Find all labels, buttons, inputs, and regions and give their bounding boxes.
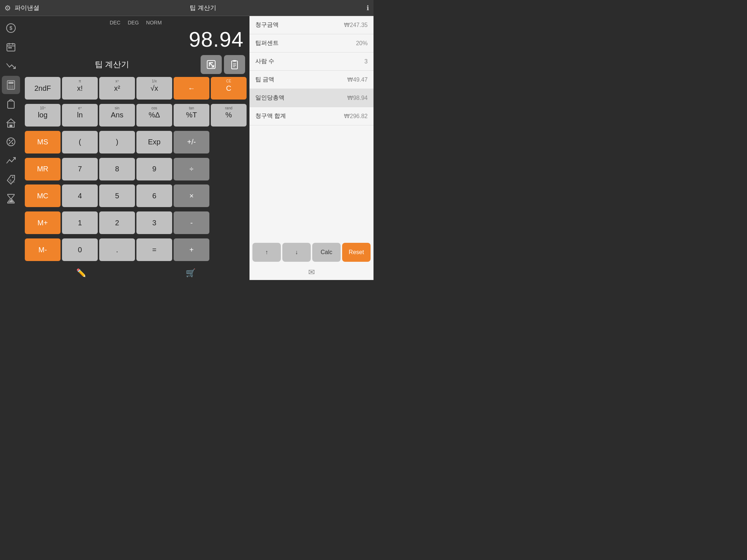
svg-point-11 [11, 86, 12, 87]
export-icon-btn[interactable] [201, 55, 222, 74]
calc-btn-sub[interactable]: - [174, 211, 209, 234]
info-icon[interactable]: ℹ [367, 4, 369, 12]
down-btn[interactable]: ↓ [282, 243, 311, 262]
tip-row: 일인당총액₩98.94 [249, 89, 374, 107]
tip-row: 청구금액₩247.35 [249, 16, 374, 34]
calc-btn-pct_t[interactable]: tan%T [174, 104, 209, 127]
mode-norm[interactable]: NORM [146, 20, 162, 26]
calc-btn-back[interactable]: ← [174, 77, 209, 100]
pen-icon[interactable]: ✏️ [76, 268, 86, 278]
tip-row-label: 일인당총액 [255, 94, 285, 102]
display-area: 98.94 [22, 27, 249, 54]
calc-btn-ce_c[interactable]: CEC [211, 77, 247, 100]
calc-btn-3[interactable]: 3 [136, 211, 172, 234]
calc-btn-ans[interactable]: sinAns [99, 104, 135, 127]
sidebar-item-calculator[interactable] [2, 76, 20, 94]
tip-panel-footer: ✉ [249, 265, 374, 280]
mode-deg[interactable]: DEG [128, 20, 139, 26]
tip-row-value: ₩98.94 [347, 94, 368, 101]
app-title: 파이낸셜 [15, 4, 39, 12]
calc-btn-4[interactable]: 4 [62, 184, 98, 207]
tip-label-row: 팁 계산기 [22, 54, 249, 77]
calc-btn-2ndf[interactable]: 2ndF [25, 77, 61, 100]
calc-btn-add[interactable]: + [174, 238, 209, 261]
up-btn[interactable]: ↑ [252, 243, 281, 262]
tip-row-label: 팁 금액 [255, 76, 274, 83]
calc-btn-2[interactable]: 2 [99, 211, 135, 234]
calc-btn-rand[interactable]: rand% [211, 104, 247, 127]
tip-row: 사람 수3 [249, 52, 374, 71]
sidebar-item-percent[interactable] [2, 133, 20, 151]
calc-btn-log[interactable]: 10ˣlog [25, 104, 61, 127]
tip-row-value: 3 [364, 58, 368, 65]
calc-btn-mplus[interactable]: M+ [25, 211, 61, 234]
calc-btn-1[interactable]: 1 [62, 211, 98, 234]
calc-btn-div[interactable]: ÷ [174, 158, 209, 180]
mode-dec[interactable]: DEC [110, 20, 121, 26]
svg-point-10 [9, 86, 10, 87]
tip-row-value: 20% [356, 40, 368, 47]
calc-btn-lparen[interactable]: ( [62, 131, 98, 153]
clipboard-icon-btn[interactable] [224, 55, 245, 74]
calc-btn-ms[interactable]: MS [25, 131, 61, 153]
calc-btn-sqrt[interactable]: 1/x√x [136, 77, 172, 100]
tip-row: 팁퍼센트20% [249, 34, 374, 52]
svg-point-19 [9, 140, 10, 141]
calc-bottom-bar: ✏️ 🛒 [22, 265, 249, 280]
svg-rect-9 [8, 82, 13, 84]
calc-btn-mr[interactable]: MR [25, 158, 61, 180]
svg-point-20 [12, 143, 13, 144]
svg-point-22 [12, 176, 13, 178]
calc-btn[interactable]: Calc [312, 243, 341, 262]
tip-panel-buttons: ↑↓CalcReset [249, 240, 374, 265]
mail-icon[interactable]: ✉ [308, 268, 315, 277]
reset-btn[interactable]: Reset [342, 243, 371, 262]
calc-btn-0[interactable]: 0 [62, 238, 98, 261]
sidebar-item-dollar[interactable]: $ [2, 19, 20, 37]
svg-point-15 [12, 88, 13, 89]
tip-row-label: 팁퍼센트 [255, 39, 279, 47]
top-bar: ⚙ 파이낸셜 팁 계산기 ℹ [0, 0, 374, 16]
calc-btn-ln[interactable]: eˣln [62, 104, 98, 127]
svg-rect-27 [232, 61, 237, 69]
calc-btn-plusminus[interactable]: +/- [174, 131, 209, 153]
calc-btn-6[interactable]: 6 [136, 184, 172, 207]
svg-point-13 [9, 88, 10, 89]
svg-line-26 [209, 63, 214, 67]
sidebar-item-bag[interactable] [2, 95, 20, 113]
sidebar-item-house[interactable] [2, 114, 20, 132]
calc-btn-pct_d[interactable]: cos%Δ [136, 104, 172, 127]
calc-panel: DEC DEG NORM 98.94 팁 계산기 [22, 16, 249, 280]
calc-btn-fact[interactable]: πx! [62, 77, 98, 100]
display-value: 98.94 [189, 27, 244, 51]
calc-btn-dot[interactable]: . [99, 238, 135, 261]
calc-btn-mul[interactable]: × [174, 184, 209, 207]
tip-row-label: 청구금액 [255, 21, 279, 29]
sidebar-item-calendar[interactable] [2, 38, 20, 56]
sidebar-item-tag[interactable]: B LUE [2, 171, 20, 189]
calc-btn-7[interactable]: 7 [62, 158, 98, 180]
tip-row-label: 사람 수 [255, 58, 274, 65]
svg-text:$: $ [9, 25, 12, 31]
sidebar-item-chart-up[interactable] [2, 152, 20, 170]
top-bar-center-title: 팁 계산기 [39, 4, 367, 12]
sidebar-item-chart-down[interactable] [2, 57, 20, 75]
calc-btn-9[interactable]: 9 [136, 158, 172, 180]
svg-rect-17 [9, 125, 12, 127]
calc-btn-5[interactable]: 5 [99, 184, 135, 207]
calc-btn-eq[interactable]: = [136, 238, 172, 261]
calc-btn-rparen[interactable]: ) [99, 131, 135, 153]
calc-button-grid: 2ndFπx!xʸx²1/x√x←CEC10ˣlogeˣlnsinAnscos%… [22, 77, 249, 265]
svg-rect-28 [233, 60, 236, 62]
tip-row-value: ₩49.47 [347, 76, 368, 83]
calc-btn-exp[interactable]: Exp [136, 131, 172, 153]
tip-calc-label: 팁 계산기 [26, 59, 198, 70]
sidebar-item-hourglass[interactable] [2, 190, 20, 208]
cart-icon[interactable]: 🛒 [186, 268, 196, 278]
calc-btn-pow[interactable]: xʸx² [99, 77, 135, 100]
calc-btn-mminus[interactable]: M- [25, 238, 61, 261]
calc-btn-mc[interactable]: MC [25, 184, 61, 207]
main-content: $ [0, 16, 374, 280]
calc-btn-8[interactable]: 8 [99, 158, 135, 180]
gear-icon[interactable]: ⚙ [4, 4, 11, 12]
